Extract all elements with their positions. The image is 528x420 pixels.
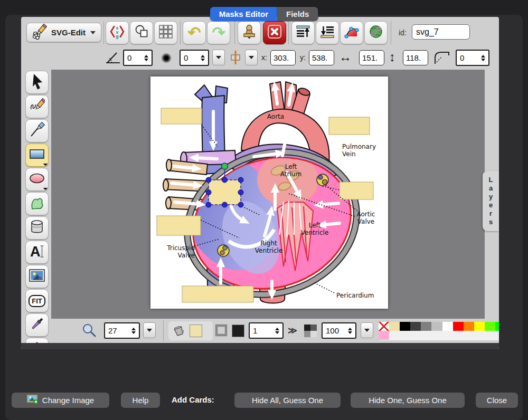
stepper-icon[interactable] — [201, 55, 205, 61]
stepper-icon[interactable] — [481, 55, 485, 61]
mask-rect[interactable] — [209, 180, 241, 205]
stepper-icon[interactable] — [144, 55, 148, 61]
chevron-down-icon — [147, 329, 152, 332]
close-button[interactable]: Close — [476, 393, 518, 408]
layers-panel-tab[interactable]: Layers — [483, 171, 499, 231]
undo-button[interactable]: ↶ — [183, 21, 206, 44]
swatch-none[interactable] — [379, 322, 389, 331]
width-arrow-icon: ↔ — [339, 50, 352, 64]
source-code-button[interactable]: s v g — [106, 21, 129, 44]
select-tool-button[interactable] — [25, 71, 49, 94]
change-image-button[interactable]: Change Image — [12, 393, 109, 408]
pencil-tool-button[interactable] — [25, 95, 49, 118]
stroke-width-spinner[interactable]: 1 — [249, 322, 284, 339]
palette-swatch[interactable] — [485, 322, 495, 331]
image-tool-button[interactable] — [25, 265, 49, 288]
redo-button[interactable]: ↷ — [207, 21, 230, 44]
text-icon: A — [29, 243, 45, 261]
zoom-spinner[interactable]: 27 — [104, 322, 140, 339]
stepper-icon[interactable] — [275, 328, 279, 334]
ellipse-tool-button[interactable] — [25, 168, 49, 191]
line-pen-icon — [29, 122, 45, 140]
palette-swatch[interactable] — [421, 322, 431, 331]
change-image-icon — [27, 395, 39, 406]
delete-button[interactable] — [263, 21, 286, 44]
palette-swatch[interactable] — [389, 322, 400, 331]
line-tool-button[interactable] — [25, 119, 49, 142]
height-input[interactable]: 118. — [403, 50, 428, 65]
mask-rect[interactable] — [161, 108, 202, 124]
selection-handle[interactable] — [206, 202, 211, 207]
zoom-dropdown-button[interactable] — [143, 322, 156, 338]
move-to-top-button[interactable] — [291, 21, 315, 44]
hide-all-label: Hide All, Guess One — [252, 396, 323, 405]
blur-dropdown-button[interactable] — [212, 50, 225, 65]
convert-to-path-button[interactable] — [340, 21, 363, 44]
clone-button[interactable] — [238, 21, 261, 44]
drawing-canvas[interactable]: AortaPulmonaryVeinLeftAtriumAorticValveL… — [150, 77, 388, 309]
align-icon — [228, 50, 243, 68]
tab-fields[interactable]: Fields — [277, 7, 318, 21]
palette-swatch[interactable] — [400, 322, 410, 331]
palette-swatch[interactable] — [474, 322, 485, 331]
eyedropper-tool-button[interactable] — [25, 313, 49, 337]
id-label: id: — [399, 28, 407, 37]
hide-one-guess-one-button[interactable]: Hide One, Guess One — [351, 393, 465, 408]
main-menu-button[interactable]: SVG-Edit — [26, 23, 101, 42]
blur-spinner[interactable]: 0 — [180, 50, 209, 66]
grid-button[interactable] — [154, 21, 177, 44]
fit-canvas-button[interactable]: FIT — [25, 289, 49, 312]
move-to-bottom-button[interactable] — [316, 21, 339, 44]
palette-swatch[interactable] — [431, 322, 442, 331]
stroke-color-swatch[interactable] — [232, 324, 244, 337]
rect-tool-button[interactable] — [25, 144, 49, 167]
angle-spinner[interactable]: 0 — [123, 50, 153, 66]
paint-bucket-icon — [172, 323, 185, 339]
selection-handle[interactable] — [238, 202, 243, 207]
mask-rect[interactable] — [329, 117, 370, 135]
shapelib-tool-button[interactable] — [25, 216, 49, 240]
palette-swatch[interactable] — [379, 331, 389, 340]
corner-radius-icon — [433, 50, 451, 67]
svg-workspace[interactable]: AortaPulmonaryVeinLeftAtriumAorticValveL… — [51, 70, 485, 319]
text-tool-button[interactable]: A — [25, 241, 49, 264]
opacity-dropdown-button[interactable] — [361, 322, 373, 338]
shape-library-button[interactable] — [130, 21, 153, 44]
stepper-icon[interactable] — [348, 328, 352, 334]
separator — [391, 21, 391, 44]
x-input[interactable]: 303. — [270, 50, 296, 65]
editor-tabs: Masks Editor Fields — [210, 7, 318, 21]
align-dropdown-button[interactable] — [245, 50, 258, 65]
mask-rect[interactable] — [182, 286, 253, 302]
help-button[interactable]: Help — [121, 393, 160, 408]
color-palette — [379, 322, 499, 340]
make-link-button[interactable] — [364, 21, 388, 44]
mask-rect[interactable] — [157, 216, 201, 235]
selection-handle[interactable] — [222, 202, 228, 207]
palette-swatch[interactable] — [495, 322, 499, 331]
more-options-button[interactable]: ≫ — [288, 325, 297, 336]
palette-swatch[interactable] — [442, 322, 453, 331]
selection-handle[interactable] — [238, 190, 243, 195]
selection-handle[interactable] — [238, 177, 243, 183]
palette-swatch[interactable] — [410, 322, 421, 331]
tab-masks-editor[interactable]: Masks Editor — [210, 7, 277, 21]
chevron-down-icon — [364, 329, 370, 332]
hide-all-guess-one-button[interactable]: Hide All, Guess One — [234, 393, 341, 408]
rotate-handle[interactable] — [222, 163, 228, 169]
width-input[interactable]: 151. — [359, 50, 384, 65]
selection-handle[interactable] — [206, 190, 211, 195]
mask-rect[interactable] — [340, 182, 373, 199]
opacity-spinner[interactable]: 100 — [322, 322, 356, 339]
y-input[interactable]: 538. — [309, 50, 334, 65]
fill-color-swatch[interactable] — [190, 324, 202, 337]
stepper-icon[interactable] — [131, 328, 136, 334]
selection-handle[interactable] — [222, 177, 228, 183]
corner-radius-spinner[interactable]: 0 — [456, 50, 489, 66]
path-tool-button[interactable] — [25, 192, 49, 215]
palette-swatch[interactable] — [464, 322, 474, 331]
move-bottom-icon — [320, 24, 335, 41]
palette-swatch[interactable] — [453, 322, 464, 331]
selection-handle[interactable] — [206, 177, 211, 183]
element-id-input[interactable]: svg_7 — [412, 24, 470, 40]
